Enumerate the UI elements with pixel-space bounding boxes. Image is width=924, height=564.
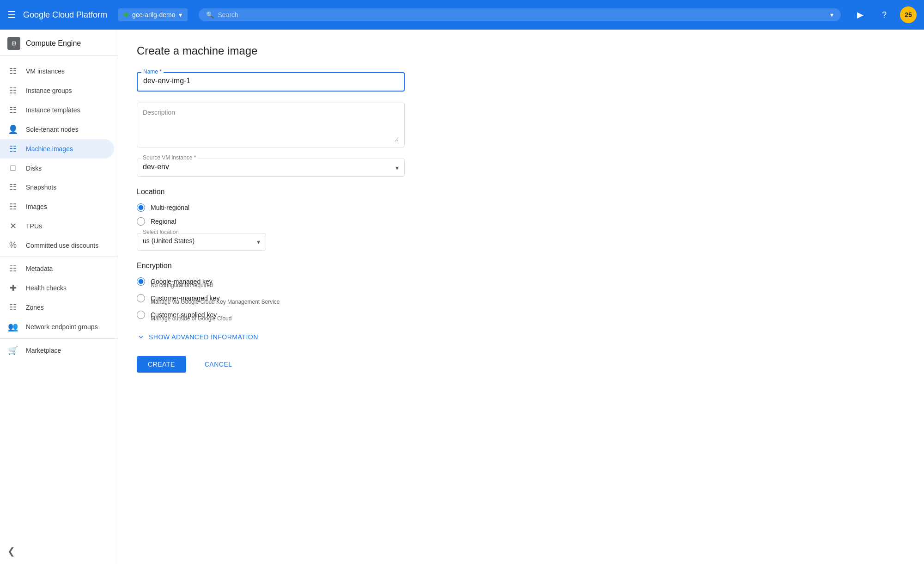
- sidebar-item-label: TPUs: [26, 222, 42, 230]
- health-checks-icon: ✚: [7, 283, 18, 293]
- create-button[interactable]: CREATE: [137, 356, 186, 373]
- location-title: Location: [137, 188, 405, 196]
- avatar[interactable]: 25: [900, 6, 917, 23]
- name-field-wrapper: Name *: [137, 72, 405, 92]
- location-regional[interactable]: Regional: [137, 217, 405, 226]
- encryption-customer-managed[interactable]: Customer-managed key Manage via Google C…: [137, 294, 405, 305]
- sidebar-item-label: Images: [26, 203, 47, 210]
- sidebar-item-label: Machine images: [26, 145, 73, 153]
- sidebar-item-instance-groups[interactable]: ☷ Instance groups: [0, 81, 114, 100]
- location-multi-regional[interactable]: Multi-regional: [137, 203, 405, 212]
- committed-use-icon: %: [7, 240, 18, 250]
- description-input[interactable]: [143, 105, 399, 142]
- encryption-google-managed[interactable]: Google-managed key No configuration requ…: [137, 277, 405, 288]
- snapshots-icon: ☷: [7, 182, 18, 192]
- sidebar-item-metadata[interactable]: ☷ Metadata: [0, 259, 114, 278]
- sidebar-divider-2: [0, 257, 118, 257]
- project-dropdown-icon: ▾: [179, 11, 182, 18]
- encryption-customer-supplied[interactable]: Customer-supplied key Manage outside of …: [137, 311, 405, 322]
- sidebar-header: ⚙ Compute Engine: [0, 30, 118, 54]
- name-input[interactable]: [143, 75, 398, 87]
- hamburger-icon[interactable]: ☰: [7, 9, 16, 20]
- sidebar-collapse-button[interactable]: ❮: [7, 546, 15, 557]
- sidebar-item-label: Disks: [26, 165, 42, 172]
- regional-radio[interactable]: [137, 217, 145, 226]
- sidebar-item-network-endpoint-groups[interactable]: 👥 Network endpoint groups: [0, 317, 114, 337]
- page-title: Create a machine image: [137, 44, 906, 57]
- encryption-radio-group: Google-managed key No configuration requ…: [137, 277, 405, 322]
- search-icon: 🔍: [206, 11, 214, 18]
- metadata-icon: ☷: [7, 264, 18, 274]
- sidebar-item-label: Committed use discounts: [26, 242, 98, 249]
- google-managed-sublabel: No configuration required: [151, 282, 405, 288]
- google-managed-radio[interactable]: [137, 277, 145, 286]
- sidebar-item-vm-instances[interactable]: ☷ VM instances: [0, 61, 114, 81]
- sidebar-item-label: Sole-tenant nodes: [26, 126, 79, 133]
- location-radio-group: Multi-regional Regional: [137, 203, 405, 226]
- sidebar-item-tpus[interactable]: ✕ TPUs: [0, 216, 114, 236]
- sidebar-item-snapshots[interactable]: ☷ Snapshots: [0, 178, 114, 197]
- help-icon[interactable]: ?: [876, 6, 893, 23]
- project-status-dot: [124, 12, 128, 17]
- sidebar-nav: ☷ VM instances ☷ Instance groups ☷ Insta…: [0, 58, 118, 364]
- name-field-group: Name *: [137, 72, 405, 92]
- sidebar-item-marketplace[interactable]: 🛒 Marketplace: [0, 341, 114, 360]
- sidebar-item-health-checks[interactable]: ✚ Health checks: [0, 278, 114, 298]
- vm-instances-icon: ☷: [7, 66, 18, 76]
- create-machine-image-form: Name * Description Source VM instance * …: [137, 72, 405, 373]
- main-content: Create a machine image Name * Descriptio…: [118, 30, 924, 564]
- customer-supplied-radio[interactable]: [137, 311, 145, 319]
- name-label: Name *: [141, 68, 164, 75]
- select-location-wrapper: Select location us (United States) eu (E…: [137, 233, 266, 251]
- top-nav: ☰ Google Cloud Platform gce-arilg-demo ▾…: [0, 0, 924, 30]
- sidebar-item-instance-templates[interactable]: ☷ Instance templates: [0, 100, 114, 120]
- sidebar-item-label: Snapshots: [26, 184, 56, 191]
- sidebar-divider: [0, 55, 118, 56]
- disks-icon: □: [7, 163, 18, 173]
- action-bar: CREATE CANCEL: [137, 356, 405, 373]
- terminal-icon[interactable]: ▶: [852, 6, 869, 23]
- sidebar-item-disks[interactable]: □ Disks: [0, 159, 114, 178]
- layout: ⚙ Compute Engine ☷ VM instances ☷ Instan…: [0, 30, 924, 564]
- description-field-group: Description: [137, 103, 405, 147]
- sidebar-item-label: Instance groups: [26, 87, 72, 94]
- source-vm-field-wrapper: Source VM instance * dev-env ▾: [137, 159, 405, 177]
- customer-managed-radio[interactable]: [137, 294, 145, 302]
- encryption-section: Encryption Google-managed key No configu…: [137, 262, 405, 322]
- source-vm-select[interactable]: dev-env: [143, 161, 399, 172]
- project-selector[interactable]: gce-arilg-demo ▾: [118, 8, 188, 21]
- sidebar-item-machine-images[interactable]: ☷ Machine images: [0, 139, 114, 159]
- sidebar-title: Compute Engine: [26, 39, 81, 48]
- sole-tenant-icon: 👤: [7, 124, 18, 135]
- encryption-title: Encryption: [137, 262, 405, 270]
- sidebar-item-sole-tenant-nodes[interactable]: 👤 Sole-tenant nodes: [0, 120, 114, 139]
- sidebar-item-images[interactable]: ☷ Images: [0, 197, 114, 216]
- multi-regional-label: Multi-regional: [151, 204, 189, 211]
- customer-managed-sublabel: Manage via Google Cloud Key Management S…: [151, 299, 405, 305]
- show-advanced-button[interactable]: SHOW ADVANCED INFORMATION: [137, 333, 405, 341]
- instance-templates-icon: ☷: [7, 105, 18, 115]
- tpus-icon: ✕: [7, 221, 18, 231]
- show-advanced-label: SHOW ADVANCED INFORMATION: [149, 333, 258, 341]
- sidebar-item-label: VM instances: [26, 67, 65, 75]
- location-section: Location Multi-regional Regional Select …: [137, 188, 405, 251]
- customer-supplied-sublabel: Manage outside of Google Cloud: [151, 315, 405, 322]
- brand-title: Google Cloud Platform: [23, 10, 107, 20]
- sidebar-divider-3: [0, 338, 118, 339]
- sidebar-item-label: Zones: [26, 304, 44, 311]
- cancel-button[interactable]: CANCEL: [194, 356, 243, 373]
- source-vm-field-group: Source VM instance * dev-env ▾: [137, 159, 405, 177]
- sidebar-item-zones[interactable]: ☷ Zones: [0, 298, 114, 317]
- sidebar-item-label: Marketplace: [26, 347, 61, 354]
- project-name: gce-arilg-demo: [132, 11, 175, 18]
- search-bar[interactable]: 🔍 ▾: [199, 8, 841, 21]
- multi-regional-radio[interactable]: [137, 203, 145, 212]
- images-icon: ☷: [7, 202, 18, 212]
- sidebar-item-committed-use[interactable]: % Committed use discounts: [0, 236, 114, 255]
- description-field-wrapper: Description: [137, 103, 405, 147]
- sidebar-item-label: Metadata: [26, 265, 53, 272]
- search-input[interactable]: [218, 11, 827, 18]
- select-location-select[interactable]: us (United States) eu (European Union) a…: [143, 235, 260, 246]
- nav-icons: ▶ ? 25: [852, 6, 917, 23]
- sidebar-item-label: Network endpoint groups: [26, 323, 98, 331]
